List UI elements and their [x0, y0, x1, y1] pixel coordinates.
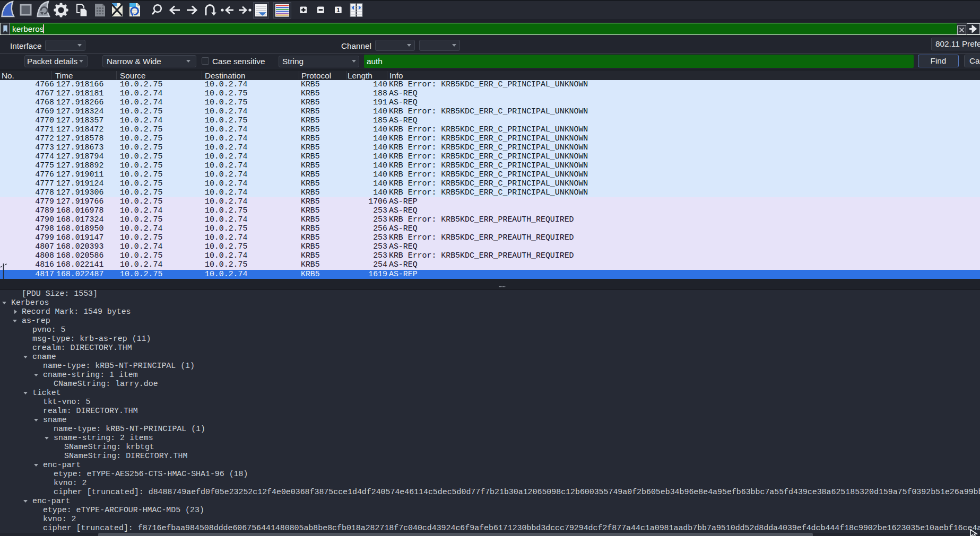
- svg-text:1: 1: [336, 7, 340, 13]
